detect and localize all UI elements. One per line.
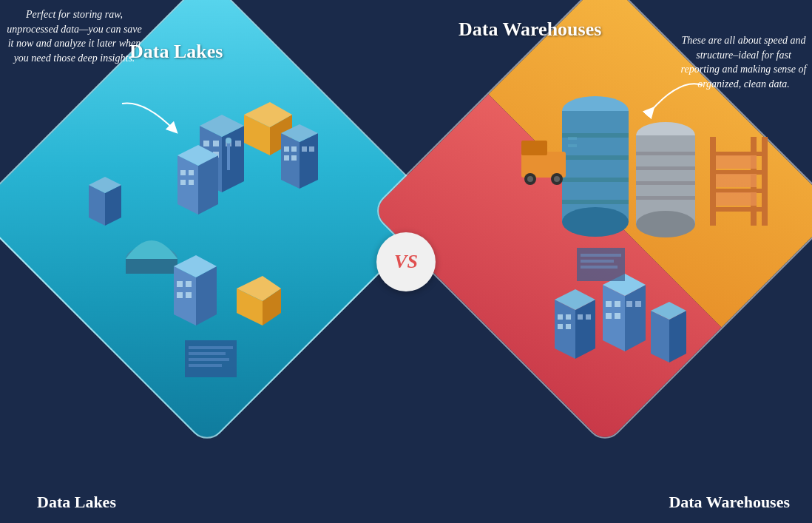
vs-circle: VS [376, 232, 436, 291]
bottom-label-left: Data Lakes [37, 493, 116, 512]
vs-label: VS [394, 251, 418, 273]
bottom-label-right: Data Warehouses [669, 493, 790, 512]
title-data-lakes: Data Lakes [129, 41, 223, 63]
annotation-left: Perfect for storing raw, unprocessed dat… [6, 7, 143, 65]
title-data-warehouses: Data Warehouses [459, 18, 601, 41]
annotation-right: These are all about speed and structure–… [679, 33, 808, 91]
main-container: Data Lakes Data Warehouses Perfect for s… [0, 0, 812, 523]
left-diamond [0, 0, 442, 446]
